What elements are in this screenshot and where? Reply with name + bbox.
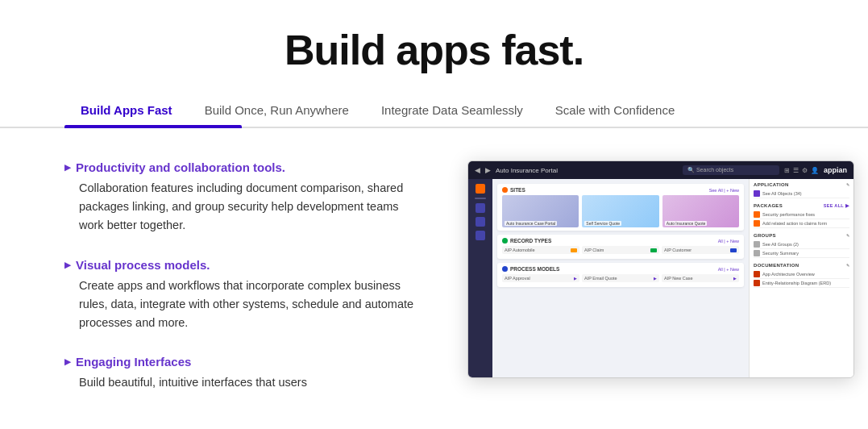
mockup-card-label-1: Auto Insurance Case Portal [505, 221, 557, 226]
mockup-body: SITES See All | + New Auto Insurance Cas… [468, 179, 853, 378]
feature-productivity-desc: Collaboration features including documen… [64, 179, 419, 235]
mockup-packages-see-all: See All ▶ [824, 203, 849, 208]
mockup-sidebar-icon-3 [476, 217, 485, 227]
mockup-see-all-objects: See All Objects (34) [754, 190, 849, 198]
mockup-sites-cards: Auto Insurance Case Portal Self Service … [502, 195, 739, 227]
mockup-sites-section: SITES See All | + New Auto Insurance Cas… [497, 184, 744, 231]
mockup-record-see-all: All | + New [718, 239, 739, 244]
feature-visual-process: Visual process models. Create apps and w… [64, 258, 419, 333]
screenshot-panel: ◀ ▶ Auto Insurance Portal 🔍 Search objec… [467, 160, 854, 414]
mockup-badge-1 [571, 248, 577, 252]
tab-build-once[interactable]: Build Once, Run Anywhere [189, 94, 365, 127]
feature-visual-process-title[interactable]: Visual process models. [64, 258, 419, 272]
mockup-doc-item-1: App Architecture Overview [754, 270, 849, 279]
mockup-process-cell-2: AIP Email Quote ▶ [582, 274, 659, 282]
mockup-card-1: Auto Insurance Case Portal [502, 195, 579, 227]
mockup-group-icon-1 [754, 241, 760, 248]
mockup-sites-icon [502, 187, 508, 193]
mockup-process-cell-3: AIP New Case ▶ [662, 274, 739, 282]
mockup-badge-3 [730, 248, 737, 252]
mockup-card-label-3: Auto Insurance Quote [665, 221, 708, 226]
mockup-doc-icon-1 [754, 271, 760, 277]
mockup-group-item-2: Security Summary [754, 249, 849, 258]
mockup-sidebar-icon-4 [476, 231, 485, 240]
tab-navigation: Build Apps Fast Build Once, Run Anywhere… [0, 94, 868, 128]
feature-engaging-interfaces-title[interactable]: Engaging Interfaces [64, 355, 419, 369]
mockup-sidebar [468, 179, 492, 378]
feature-engaging-interfaces-desc: Build beautiful, intuitive interfaces th… [64, 373, 419, 392]
mockup-card-3: Auto Insurance Quote [662, 195, 739, 227]
page-title: Build apps fast. [0, 0, 868, 94]
mockup-portal-title: Auto Insurance Portal [496, 167, 678, 174]
mockup-groups-section: GROUPS ✎ See All Groups (2) Security Sum… [754, 233, 849, 258]
mockup-app-icon [754, 190, 760, 197]
mockup-badge-2 [650, 248, 657, 252]
mockup-process-icon-2: ▶ [654, 276, 657, 281]
mockup-main-content: SITES See All | + New Auto Insurance Cas… [492, 179, 749, 378]
mockup-group-icon-2 [754, 250, 760, 256]
mockup-group-item-1: See All Groups (2) [754, 240, 849, 249]
mockup-packages-title: PACKAGES See All ▶ [754, 203, 849, 208]
mockup-record-cell-2: AIP Claim [582, 246, 659, 254]
mockup-documentation-section: DOCUMENTATION ✎ App Architecture Overvie… [754, 263, 849, 288]
mockup-process-see-all: All | + New [718, 267, 739, 272]
mockup-process-title: PROCESS MODELS [502, 266, 559, 272]
mockup-search-placeholder: Search objects [696, 167, 733, 173]
mockup-application-section: APPLICATION ✎ See All Objects (34) [754, 182, 849, 198]
mockup-process-models-section: PROCESS MODELS All | + New AIP Approval … [497, 263, 744, 287]
mockup-card-label-2: Self Service Quote [584, 221, 621, 226]
mockup-sites-see-all: See All | + New [709, 188, 739, 193]
mockup-package-item-2: Add related action to claims form [754, 219, 849, 228]
mockup-process-row: AIP Approval ▶ AIP Email Quote ▶ AIP New… [502, 274, 739, 282]
mockup-sites-title: SITES [502, 187, 525, 193]
mockup-card-2: Self Service Quote [582, 195, 658, 227]
tab-active-indicator [64, 125, 242, 128]
mockup-record-cell-1: AIP Automobile [502, 246, 579, 254]
mockup-sidebar-icon-1 [476, 184, 485, 194]
tab-scale-confidence[interactable]: Scale with Confidence [539, 94, 691, 127]
mockup-process-icon [502, 266, 508, 272]
mockup-record-title: RECORD TYPES [502, 238, 551, 244]
mockup-process-header: PROCESS MODELS All | + New [502, 266, 739, 272]
content-area: Productivity and collaboration tools. Co… [0, 128, 868, 429]
feature-productivity: Productivity and collaboration tools. Co… [64, 160, 419, 235]
mockup-right-info-panel: APPLICATION ✎ See All Objects (34) PACKA… [749, 179, 853, 378]
mockup-sidebar-icon-2 [476, 203, 485, 213]
mockup-record-row: AIP Automobile AIP Claim AIP Customer [502, 246, 739, 254]
feature-productivity-title[interactable]: Productivity and collaboration tools. [64, 160, 419, 174]
mockup-topbar: ◀ ▶ Auto Insurance Portal 🔍 Search objec… [468, 161, 853, 179]
tab-integrate-data[interactable]: Integrate Data Seamlessly [365, 94, 539, 127]
mockup-record-header: RECORD TYPES All | + New [502, 238, 739, 244]
mockup-sidebar-divider [475, 198, 486, 199]
mockup-process-icon-1: ▶ [574, 276, 577, 281]
mockup-record-cell-3: AIP Customer [662, 246, 739, 254]
mockup-record-icon [502, 238, 508, 244]
mockup-process-icon-3: ▶ [733, 276, 737, 281]
app-screenshot: ◀ ▶ Auto Insurance Portal 🔍 Search objec… [467, 160, 854, 378]
mockup-doc-icon-2 [754, 280, 760, 286]
tab-build-apps-fast[interactable]: Build Apps Fast [64, 94, 189, 127]
mockup-packages-section: PACKAGES See All ▶ Security performance … [754, 203, 849, 228]
mockup-record-types-section: RECORD TYPES All | + New AIP Automobile … [497, 235, 744, 259]
feature-engaging-interfaces: Engaging Interfaces Build beautiful, int… [64, 355, 419, 392]
mockup-search-bar: 🔍 Search objects [683, 165, 779, 175]
mockup-package-icon-2 [754, 220, 760, 227]
mockup-documentation-title: DOCUMENTATION ✎ [754, 263, 849, 268]
mockup-package-item-1: Security performance fixes [754, 210, 849, 219]
appian-logo: appian [824, 166, 847, 174]
features-panel: Productivity and collaboration tools. Co… [64, 160, 419, 414]
mockup-package-icon-1 [754, 211, 760, 218]
mockup-nav-icons: ⊞☰⚙👤 [784, 167, 819, 174]
mockup-application-title: APPLICATION ✎ [754, 182, 849, 187]
feature-visual-process-desc: Create apps and workflows that incorpora… [64, 277, 419, 333]
mockup-groups-title: GROUPS ✎ [754, 233, 849, 238]
mockup-sites-header: SITES See All | + New [502, 187, 739, 193]
mockup-process-cell-1: AIP Approval ▶ [502, 274, 579, 282]
mockup-doc-item-2: Entity-Relationship Diagram (ERD) [754, 279, 849, 288]
